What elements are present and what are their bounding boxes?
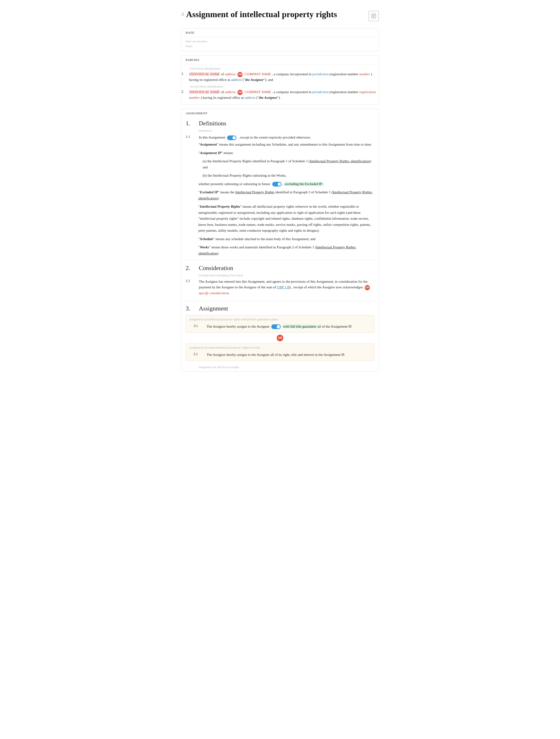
- gbp-amount[interactable]: GBP 1.00: [277, 285, 291, 289]
- party1-text: INDIVIDUAL NAME of address OR COMPANY NA…: [189, 71, 379, 82]
- party1-end: and: [267, 78, 273, 82]
- assignment-block: ASSIGNMENT 1. Definitions Definitions 1.…: [181, 109, 379, 372]
- option1-block: Assignment of intellectual property righ…: [186, 315, 374, 333]
- party2-incorporated: , a company incorporated in: [272, 90, 311, 94]
- date-section: DATE Date of execution Date: [181, 28, 379, 51]
- toggle-future[interactable]: [272, 182, 282, 186]
- def-works: "Works" means those works and materials …: [181, 244, 379, 258]
- date-field-label: Date of execution: [181, 37, 379, 44]
- section3-header: 3. Assignment: [181, 303, 379, 313]
- assignment-header: ASSIGNMENT: [181, 109, 379, 118]
- party2-of: of: [221, 90, 224, 94]
- party1-address2[interactable]: address: [231, 78, 242, 82]
- party2-individual[interactable]: INDIVIDUAL NAME: [189, 90, 220, 94]
- date-header: DATE: [181, 28, 379, 37]
- or-divider: OR: [181, 335, 379, 341]
- page-header: 3 Assignment of intellectual property ri…: [181, 9, 379, 21]
- party1-of: of: [221, 72, 224, 76]
- date-field-value[interactable]: Date: [181, 44, 379, 51]
- specify-consideration[interactable]: specify consideration: [199, 291, 229, 295]
- s3-1a-row: 3.1 The Assignor hereby assigns to the A…: [189, 323, 371, 330]
- party1-or-badge: OR: [238, 72, 243, 77]
- party1-label: First Party identification: [190, 67, 379, 70]
- party1-company[interactable]: COMPANY NAME: [245, 72, 271, 76]
- s3-1b-content: The Assignor hereby assigns to the Assig…: [206, 352, 367, 357]
- section3-title: Assignment: [199, 305, 228, 312]
- party2-regnr: (registration number: [329, 90, 358, 94]
- s1-1-row: 1.1 In this Assignment , except to the e…: [181, 134, 379, 141]
- s1-1-num: 1.1: [186, 135, 199, 139]
- option2-label: Assignment of owned intellectual propert…: [189, 346, 371, 349]
- schedule1-link-b[interactable]: Intellectual Property Rights: identifica…: [198, 190, 373, 200]
- s2-1-after: , receipt of which the Assignor now ackn…: [292, 285, 363, 289]
- party1-address1[interactable]: address: [225, 72, 236, 76]
- party2-address2[interactable]: address: [245, 96, 256, 100]
- s3-1a-content: The Assignor hereby assigns to the Assig…: [206, 324, 367, 329]
- or-circle: OR: [277, 335, 283, 341]
- doc-icon[interactable]: [369, 11, 379, 21]
- party1-num: 1.: [181, 71, 189, 76]
- def-excluded-ip: "Excluded IP" means the Intellectual Pro…: [181, 189, 379, 203]
- section2-title: Consideration: [199, 265, 233, 272]
- party2-having: ) having its registered office at: [201, 96, 244, 100]
- party2-address1[interactable]: address: [225, 90, 236, 94]
- party1-assignor: the Assignor: [245, 78, 263, 82]
- party2-assignee: the Assignee: [259, 96, 277, 100]
- def-assignment-ip-term: Assignment IP: [200, 151, 221, 155]
- def-ip-rights-term: Intellectual Property Rights: [200, 204, 240, 208]
- section1-header: 1. Definitions: [181, 118, 379, 128]
- s3-1a-before: The Assignor hereby assigns to the Assig…: [206, 325, 269, 328]
- def-ip-rights: "Intellectual Property Rights" means all…: [181, 203, 379, 236]
- section3-num: 3.: [186, 305, 199, 312]
- party1-jurisdiction[interactable]: jurisdiction: [312, 72, 328, 76]
- party1-individual[interactable]: INDIVIDUAL NAME: [189, 72, 220, 76]
- def-schedule: "Schedule" means any schedule attached t…: [181, 236, 379, 244]
- section1-title: Definitions: [199, 120, 226, 127]
- def-assignment-ip-a: (a) the Intellectual Property Rights ide…: [181, 158, 379, 172]
- s3-1a-num: 3.1: [193, 324, 206, 328]
- excluding-text: excluding the Excluded IP: [284, 182, 322, 186]
- consideration-label: Consideration benefiting First Party: [181, 273, 379, 278]
- party2-company[interactable]: COMPANY NAME: [245, 90, 271, 94]
- def-assignment-ip-cont: whether presently subsisting or subsisti…: [181, 181, 379, 189]
- s3-1b-row: 3.1 The Assignor hereby assigns to the A…: [189, 351, 371, 358]
- s3-1a-after: all of the Assignment IP.: [317, 325, 352, 328]
- toggle-full-title[interactable]: [271, 324, 281, 329]
- option3-label: Assignment for full term of rights: [181, 363, 379, 372]
- def-assignment-ip: "Assignment IP" means:: [181, 150, 379, 158]
- def-schedule-term: Schedule: [200, 237, 213, 241]
- option1-label: Assignment of intellectual property righ…: [189, 317, 371, 321]
- doc-title: Assignment of intellectual property righ…: [186, 9, 337, 19]
- s3-1b-num: 3.1: [193, 352, 206, 356]
- end-period: .: [229, 291, 230, 295]
- party1-regnr: (registration number: [329, 72, 358, 76]
- option2-block: Assignment of owned intellectual propert…: [186, 343, 374, 361]
- schedule1-link-a[interactable]: Intellectual Property Rights: identifica…: [310, 159, 370, 163]
- party2-or-badge: OR: [238, 90, 243, 95]
- s2-1-content: The Assignor has entered into this Assig…: [199, 279, 374, 296]
- def-works-term: Works: [200, 245, 209, 249]
- doc-number: 3: [181, 11, 184, 17]
- toggle-assignment[interactable]: [227, 136, 237, 140]
- s1-1-content: In this Assignment , except to the exten…: [199, 135, 374, 140]
- schedule1-link-c[interactable]: Intellectual Property Rights: identifica…: [198, 245, 356, 255]
- definitions-label: Definitions: [181, 128, 379, 133]
- s2-or-badge: OR: [365, 285, 370, 290]
- s2-1-row: 2.1 The Assignor has entered into this A…: [181, 278, 379, 299]
- party1-row: 1. INDIVIDUAL NAME of address OR COMPANY…: [181, 71, 379, 82]
- s1-1-intro: In this Assignment: [199, 136, 226, 139]
- s2-1-num: 2.1: [186, 279, 199, 283]
- party1-number[interactable]: number: [359, 72, 370, 76]
- def-assignment-ip-b: (b) the Intellectual Property Rights sub…: [181, 172, 379, 181]
- def-assignment: "Assignment" means this assignment inclu…: [181, 141, 379, 150]
- section2-header: 2. Consideration: [181, 262, 379, 273]
- parties-section: PARTIES First Party identification 1. IN…: [181, 55, 379, 105]
- def-excluded-ip-term: Excluded IP: [200, 190, 218, 194]
- parties-header: PARTIES: [181, 56, 379, 64]
- excluded-ip-link[interactable]: Intellectual Property Rights: [235, 190, 274, 194]
- section2-num: 2.: [186, 265, 199, 272]
- party2-row: 2. INDIVIDUAL NAME of address OR COMPANY…: [181, 90, 379, 103]
- party1-incorporated: , a company incorporated in: [272, 72, 311, 76]
- party2-text: INDIVIDUAL NAME of address OR COMPANY NA…: [189, 90, 379, 100]
- party2-jurisdiction[interactable]: jurisdiction: [312, 90, 328, 94]
